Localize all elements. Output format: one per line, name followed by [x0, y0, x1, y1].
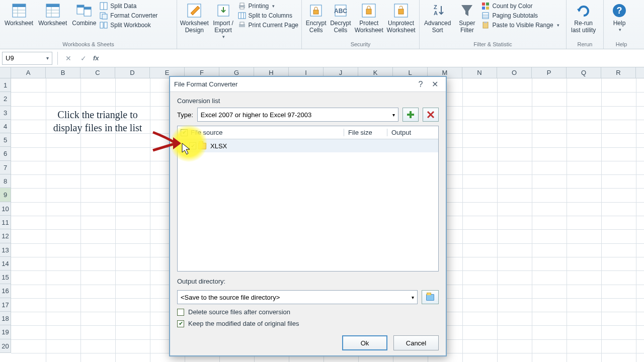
svg-text:ABC: ABC	[334, 8, 347, 15]
dialog-titlebar: File Format Converter ? ✕	[170, 77, 446, 92]
col-header[interactable]: A	[11, 67, 46, 78]
select-all-corner[interactable]	[0, 67, 11, 78]
file-list-row[interactable]: ▸ XLSX	[178, 139, 438, 152]
row-header[interactable]: 3	[0, 106, 11, 120]
col-header[interactable]: N	[462, 67, 497, 78]
col-header[interactable]: P	[532, 67, 567, 78]
super-filter-btn[interactable]: Super Filter	[453, 1, 480, 35]
import-export-btn[interactable]: Import / Export▾	[210, 1, 237, 40]
row-header[interactable]: 16	[0, 284, 11, 298]
col-header[interactable]: O	[497, 67, 532, 78]
folder-icon	[426, 294, 434, 301]
svg-rect-17	[102, 14, 107, 19]
svg-rect-13	[84, 7, 91, 10]
help-btn[interactable]: ?Help▾	[606, 1, 633, 33]
chevron-down-icon: ▾	[46, 55, 49, 61]
ribbon-group-filter: ZAAdvanced Sort Super Filter Count by Co…	[420, 0, 567, 49]
row-header[interactable]: 11	[0, 216, 11, 229]
svg-rect-25	[238, 13, 246, 19]
formula-input[interactable]	[101, 52, 644, 65]
close-icon[interactable]: ✕	[428, 79, 442, 90]
row-header[interactable]: 20	[0, 339, 11, 353]
conversion-list-label: Conversion list	[177, 97, 439, 105]
keep-date-checkbox[interactable]	[177, 320, 184, 327]
svg-rect-42	[482, 7, 485, 10]
row-header[interactable]: 14	[0, 257, 11, 270]
chevron-down-icon: ▾	[619, 27, 621, 32]
paging-subtotals-btn[interactable]: Paging Subtotals	[481, 12, 559, 20]
fx-icon[interactable]: fx	[93, 54, 99, 62]
svg-rect-6	[46, 4, 59, 7]
worksheet-btn-2[interactable]: Worksheet	[36, 1, 69, 28]
ribbon: Worksheet Worksheet Combine Split Data F…	[0, 0, 644, 49]
encrypt-cells-btn[interactable]: Encrypt Cells	[304, 1, 328, 35]
row-header[interactable]: 13	[0, 243, 11, 257]
combine-btn[interactable]: Combine	[69, 1, 99, 28]
svg-rect-24	[240, 7, 244, 9]
svg-rect-37	[398, 9, 404, 14]
col-header[interactable]: Q	[567, 67, 601, 78]
unprotect-worksheet-btn[interactable]: Unprotect Worksheet	[385, 1, 417, 35]
row-header[interactable]: 18	[0, 312, 11, 325]
dialog-title: File Format Converter	[174, 80, 414, 88]
row-header[interactable]: 5	[0, 133, 11, 147]
ribbon-group-security: Encrypt Cells ABCDecrypt Cells Protect W…	[302, 0, 420, 49]
print-current-page-btn[interactable]: Print Current Page	[238, 21, 298, 29]
row-header[interactable]: 9	[0, 188, 11, 202]
type-select[interactable]: Excel 2007 or higher to Excel 97-2003▾	[197, 108, 398, 122]
row-header[interactable]: 4	[0, 120, 11, 133]
count-by-color-btn[interactable]: Count by Color	[481, 2, 559, 10]
col-header[interactable]: C	[80, 67, 115, 78]
paste-visible-btn[interactable]: Paste to Visible Range▾	[481, 21, 559, 29]
worksheet-design-btn[interactable]: Worksheet Design	[179, 1, 210, 35]
file-checkbox[interactable]	[189, 142, 196, 149]
svg-rect-52	[407, 114, 414, 116]
chevron-down-icon: ▾	[222, 34, 225, 39]
ribbon-group-design: Worksheet Design Import / Export▾ Printi…	[177, 0, 302, 49]
rerun-btn[interactable]: Re-run last utility	[569, 1, 598, 35]
split-workbook-btn[interactable]: Split Workbook	[100, 21, 157, 29]
row-header[interactable]: 19	[0, 325, 11, 339]
add-file-button[interactable]	[403, 108, 419, 122]
enter-icon[interactable]: ✓	[78, 53, 89, 64]
printing-btn[interactable]: Printing▾	[238, 2, 298, 10]
name-box[interactable]: U9▾	[2, 52, 52, 65]
file-list[interactable]: File source File size Output ▸ XLSX	[177, 126, 439, 272]
folder-icon	[198, 143, 206, 149]
col-header[interactable]: R	[601, 67, 636, 78]
row-header[interactable]: 2	[0, 92, 11, 106]
worksheet-btn-1[interactable]: Worksheet	[2, 1, 36, 28]
delete-source-checkbox[interactable]	[177, 309, 184, 316]
col-header[interactable]: D	[115, 67, 150, 78]
ribbon-group-workbooks: Worksheet Worksheet Combine Split Data F…	[0, 0, 177, 49]
protect-worksheet-btn[interactable]: Protect Worksheet	[353, 1, 385, 35]
chevron-down-icon: ▾	[272, 4, 275, 9]
cancel-button[interactable]: Cancel	[393, 335, 439, 350]
row-header[interactable]: 15	[0, 270, 11, 284]
advanced-sort-btn[interactable]: ZAAdvanced Sort	[422, 1, 453, 35]
row-header[interactable]: 6	[0, 147, 11, 160]
cancel-icon[interactable]: ✕	[63, 53, 74, 64]
split-to-columns-btn[interactable]: Split to Columns	[238, 12, 298, 20]
col-header[interactable]: B	[46, 67, 80, 78]
help-icon[interactable]: ?	[414, 79, 428, 90]
expand-triangle-icon[interactable]: ▸	[185, 143, 187, 149]
row-header[interactable]: 1	[0, 78, 11, 92]
row-header[interactable]: 17	[0, 298, 11, 312]
row-headers[interactable]: 1234567891011121314151617181920	[0, 78, 11, 353]
row-header[interactable]: 10	[0, 202, 11, 216]
row-header[interactable]: 8	[0, 174, 11, 188]
svg-rect-12	[77, 5, 84, 8]
ribbon-group-help: ?Help▾ Help	[604, 0, 639, 49]
row-header[interactable]: 7	[0, 161, 11, 174]
output-directory-select[interactable]: <Save to the source file directory>▾	[177, 290, 418, 304]
split-data-btn[interactable]: Split Data	[100, 2, 157, 10]
row-header[interactable]: 12	[0, 229, 11, 243]
decrypt-cells-btn[interactable]: ABCDecrypt Cells	[328, 1, 353, 35]
select-all-checkbox[interactable]	[181, 129, 188, 136]
browse-folder-button[interactable]	[422, 290, 439, 304]
format-converter-btn[interactable]: Format Converter	[100, 12, 157, 20]
svg-text:A: A	[434, 10, 438, 16]
remove-file-button[interactable]	[423, 108, 439, 122]
ok-button[interactable]: Ok	[342, 335, 387, 350]
